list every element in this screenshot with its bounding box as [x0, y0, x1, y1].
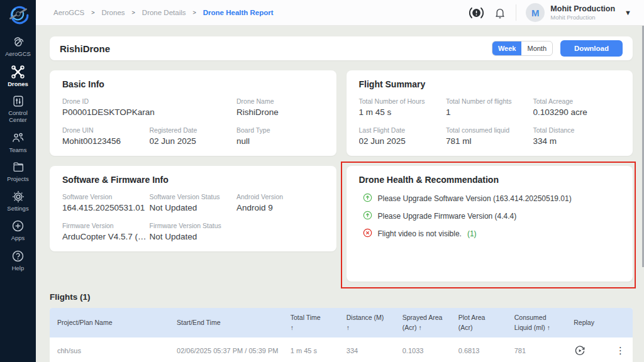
- col-total-time-sortable[interactable]: Total Time↑: [283, 312, 339, 333]
- error-circle-icon: [363, 228, 372, 239]
- firmware-status-value: Not Updated: [150, 232, 237, 241]
- breadcrumb-drone-details[interactable]: Drone Details: [142, 9, 186, 16]
- toggle-week[interactable]: Week: [492, 41, 522, 55]
- col-sprayed-area-sortable[interactable]: Sprayed Area(Acr) ↑: [395, 312, 451, 333]
- sidebar-item-settings[interactable]: Settings: [0, 190, 36, 212]
- drone-health-card: Drone Health & Recommendation Please Upg…: [347, 166, 633, 282]
- replay-button[interactable]: [566, 337, 608, 362]
- col-replay: Replay: [566, 317, 608, 327]
- software-status-value: Not Updated: [150, 203, 237, 212]
- drone-icon: [11, 65, 25, 79]
- cell-consumed-liquid: 781: [507, 340, 567, 361]
- row-menu-kebab-icon[interactable]: ⋮: [608, 338, 633, 362]
- field-label: Total Number of Hours: [359, 97, 447, 105]
- consumed-liquid-value: 781 ml: [446, 136, 533, 146]
- chevron-right-icon: >: [132, 9, 135, 16]
- chevron-right-icon: >: [193, 9, 196, 16]
- main-content: RishiDrone Week Month Download Basic Inf…: [36, 26, 644, 362]
- table-header-row: Project/Plan Name Start/End Time Total T…: [50, 308, 633, 337]
- drone-name-value: RishiDrone: [236, 107, 324, 117]
- sidebar-item-label: Drones: [6, 81, 30, 88]
- col-start-end-time[interactable]: Start/End Time: [169, 317, 283, 327]
- table-row[interactable]: chh/sus 02/06/2025 05:37 PM / 05:39 PM 1…: [50, 337, 633, 362]
- breadcrumb-drone-health-report: Drone Health Report: [203, 9, 274, 16]
- drone-uin-value: Mohit00123456: [62, 136, 150, 146]
- basic-info-card: Basic Info Drone ID P00001DESKTOPKaran D…: [50, 70, 336, 156]
- col-distance-sortable[interactable]: Distance (M)↑: [339, 312, 395, 333]
- chevron-right-icon: >: [91, 9, 94, 16]
- sidebar: AeroGCS Drones Control Center: [0, 0, 36, 362]
- health-text: Please Upgrade Firmware Version (4.4.4): [378, 212, 517, 221]
- cell-distance: 334: [339, 340, 395, 361]
- sidebar-item-label: Apps: [10, 235, 26, 242]
- total-flights-value: 1: [446, 107, 533, 117]
- avatar: M: [526, 3, 545, 22]
- field-label: Total Acreage: [533, 97, 621, 105]
- alert-status-icon[interactable]: [469, 6, 484, 20]
- total-acreage-value: 0.103290 acre: [533, 107, 621, 117]
- plus-circle-icon: [11, 219, 25, 233]
- cell-sprayed-area: 0.1033: [395, 340, 451, 361]
- flight-summary-card: Flight Summary Total Number of Hours 1 m…: [347, 70, 633, 156]
- field-label: Android Version: [236, 193, 324, 200]
- sidebar-item-label: Projects: [6, 176, 30, 183]
- field-label: Software Version: [62, 193, 150, 200]
- field-label: Firmware Version Status: [150, 222, 237, 229]
- card-title: Drone Health & Recommendation: [359, 175, 621, 185]
- sidebar-item-apps[interactable]: Apps: [0, 219, 36, 242]
- cell-start-end-time: 02/06/2025 05:37 PM / 05:39 PM: [169, 340, 283, 361]
- bell-icon[interactable]: [494, 6, 506, 19]
- health-item: Flight video is not visible. (1): [363, 228, 621, 239]
- card-title: Software & Firmware Info: [62, 175, 324, 185]
- sidebar-item-drones[interactable]: Drones: [0, 65, 36, 88]
- sidebar-item-label: Control Center: [0, 110, 36, 123]
- sidebar-item-control-center[interactable]: Control Center: [0, 94, 36, 123]
- sort-up-icon: ↑: [347, 322, 395, 332]
- sidebar-item-aerogcs[interactable]: AeroGCS: [0, 34, 36, 58]
- breadcrumb-drones[interactable]: Drones: [101, 9, 125, 16]
- android-version-value: Android 9: [236, 203, 324, 212]
- card-title: Flight Summary: [359, 79, 621, 89]
- health-count: (1): [467, 229, 477, 238]
- registered-date-value: 02 Jun 2025: [150, 136, 237, 146]
- firmware-version-value: ArduCopter V4.5.7 (…: [62, 232, 150, 241]
- user-name: Mohit Production: [550, 4, 615, 14]
- breadcrumb-aerogcs[interactable]: AeroGCS: [53, 9, 84, 16]
- sort-up-icon: ↑: [291, 322, 339, 332]
- field-label: Registered Date: [150, 126, 237, 134]
- period-toggle: Week Month: [492, 41, 553, 56]
- cloud-drone-icon: [11, 34, 26, 49]
- board-type-value: null: [236, 136, 324, 146]
- health-text: Flight video is not visible.: [378, 229, 462, 238]
- upgrade-circle-icon: [363, 193, 372, 204]
- aerogcs-logo-icon[interactable]: [7, 3, 30, 28]
- col-project-plan-name[interactable]: Project/Plan Name: [50, 317, 169, 327]
- sidebar-item-projects[interactable]: Projects: [0, 160, 36, 183]
- gear-icon: [11, 190, 25, 204]
- field-label: Board Type: [236, 126, 324, 134]
- cell-total-time: 1 m 45 s: [283, 340, 339, 361]
- download-button[interactable]: Download: [560, 40, 623, 57]
- col-plot-area[interactable]: Plot Area(Acr): [451, 312, 507, 333]
- total-hours-value: 1 m 45 s: [359, 107, 447, 117]
- sidebar-item-teams[interactable]: Teams: [0, 131, 36, 154]
- field-label: Drone ID: [62, 97, 236, 105]
- page-header-card: RishiDrone Week Month Download: [50, 36, 633, 60]
- flights-heading: Flights (1): [50, 292, 633, 302]
- page-title: RishiDrone: [60, 43, 110, 54]
- field-label: Firmware Version: [62, 222, 150, 229]
- toggle-month[interactable]: Month: [521, 41, 552, 55]
- breadcrumb: AeroGCS > Drones > Drone Details > Drone…: [53, 9, 274, 16]
- cell-plot-area: 0.6813: [451, 340, 507, 361]
- question-circle-icon: [11, 249, 25, 263]
- sidebar-item-help[interactable]: Help: [0, 249, 36, 272]
- col-consumed-liquid-sortable[interactable]: ConsumedLiquid (ml) ↑: [507, 312, 567, 333]
- field-label: Total consumed liquid: [446, 126, 533, 134]
- user-menu[interactable]: M Mohit Production Mohit Production ▼: [526, 3, 631, 22]
- sliders-icon: [11, 94, 25, 108]
- flights-table: Project/Plan Name Start/End Time Total T…: [50, 308, 633, 362]
- field-label: Drone Name: [236, 97, 324, 105]
- topbar: AeroGCS > Drones > Drone Details > Drone…: [36, 0, 644, 26]
- last-flight-date-value: 02 Jun 2025: [359, 136, 447, 146]
- folder-icon: [11, 160, 25, 174]
